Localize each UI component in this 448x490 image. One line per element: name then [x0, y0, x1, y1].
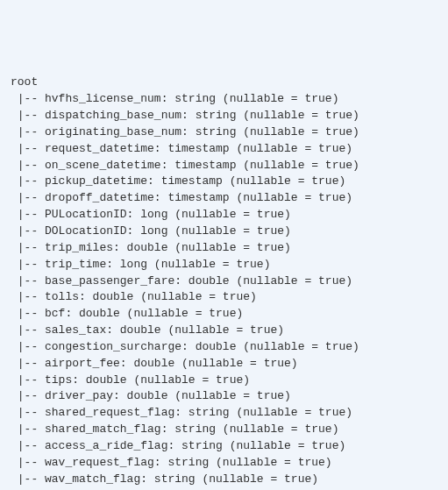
schema-field-line: |-- originating_base_num: string (nullab…: [11, 124, 437, 141]
schema-field-line: |-- PULocationID: long (nullable = true): [11, 207, 437, 224]
schema-field-line: |-- base_passenger_fare: double (nullabl…: [11, 273, 437, 290]
schema-field-line: |-- congestion_surcharge: double (nullab…: [11, 339, 437, 356]
schema-field-line: |-- tolls: double (nullable = true): [11, 289, 437, 306]
schema-field-line: |-- dropoff_datetime: timestamp (nullabl…: [11, 190, 437, 207]
schema-field-line: |-- airport_fee: double (nullable = true…: [11, 356, 437, 373]
schema-field-line: |-- wav_request_flag: string (nullable =…: [11, 455, 437, 472]
schema-field-line: |-- access_a_ride_flag: string (nullable…: [11, 438, 437, 455]
schema-field-line: |-- tips: double (nullable = true): [11, 373, 437, 389]
schema-field-line: |-- bcf: double (nullable = true): [11, 306, 437, 323]
schema-field-line: |-- trip_time: long (nullable = true): [11, 257, 437, 273]
schema-field-line: |-- pickup_datetime: timestamp (nullable…: [11, 174, 437, 190]
schema-field-line: |-- trip_miles: double (nullable = true): [11, 240, 437, 257]
schema-field-line: |-- hvfhs_license_num: string (nullable …: [11, 91, 437, 108]
schema-output: root |-- hvfhs_license_num: string (null…: [11, 75, 437, 490]
schema-field-line: |-- wav_match_flag: string (nullable = t…: [11, 472, 437, 488]
schema-field-line: |-- shared_request_flag: string (nullabl…: [11, 405, 437, 422]
schema-root-label: root: [11, 75, 437, 91]
schema-field-line: |-- driver_pay: double (nullable = true): [11, 388, 437, 405]
schema-block: root |-- hvfhs_license_num: string (null…: [11, 75, 437, 490]
schema-field-line: |-- DOLocationID: long (nullable = true): [11, 224, 437, 240]
schema-field-line: |-- sales_tax: double (nullable = true): [11, 323, 437, 339]
schema-field-line: |-- on_scene_datetime: timestamp (nullab…: [11, 158, 437, 174]
schema-field-line: |-- dispatching_base_num: string (nullab…: [11, 108, 437, 124]
schema-field-line: |-- shared_match_flag: string (nullable …: [11, 422, 437, 438]
schema-field-line: |-- request_datetime: timestamp (nullabl…: [11, 141, 437, 158]
